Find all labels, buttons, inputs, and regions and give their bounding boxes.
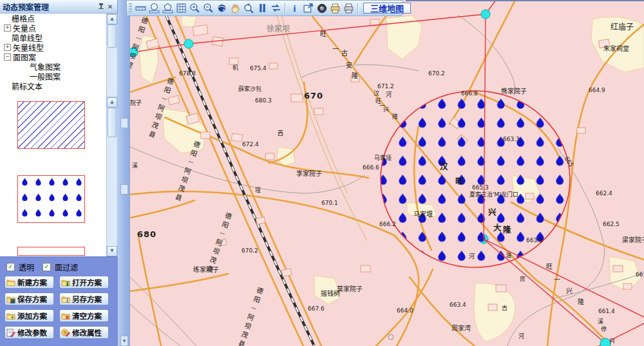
globe-icon[interactable] [215,2,229,15]
close-icon[interactable]: ✕ [106,2,115,11]
tree-connector [22,64,28,70]
gis-application-window: 徐家坝红庙子朱家祠堂熊家院子练家院子莫家院子李家院子梁家院子周家湾摇钱树薛家沙包… [0,0,644,346]
tree-item-矢量点[interactable]: +矢量点 [0,23,106,33]
tree-item-矢量线型[interactable]: +矢量线型 [0,43,106,52]
svg-text:▣: ▣ [10,298,15,303]
map-3d-button[interactable]: 三维地图 [363,3,411,14]
checkbox-check-icon[interactable]: ✓ [6,263,15,271]
open-plan-icon: ⬇ [61,278,70,287]
scroll-up-icon[interactable]: ▲ [107,97,117,108]
grid-icon[interactable] [175,2,188,15]
edit-props-icon: ? [61,329,70,337]
tree-item-一般图案[interactable]: 一般图案 [0,72,106,81]
save-plan-icon: ▣ [6,295,15,303]
info-icon[interactable]: i [288,2,301,15]
measure-distance-icon[interactable] [134,2,147,15]
plan-region[interactable] [381,91,570,267]
zoom-in-icon[interactable] [188,2,202,15]
button-label: 打开方案 [72,277,102,287]
plan-commands-section: ✓透明✓面过滤 新建方案 ⬇ 打开方案 ▣ 保存方案 i 另存方案 + 添加方案… [0,256,117,346]
toolbar-separator [357,3,359,14]
map-viewport[interactable]: 徐家坝红庙子朱家祠堂熊家院子练家院子莫家院子李家院子梁家院子周家湾摇钱树薛家沙包… [130,0,644,346]
button-label: 保存方案 [17,294,47,304]
tree-scrollbar[interactable]: ▲ [106,14,118,97]
collapse-icon[interactable]: − [4,53,11,61]
clipped-pattern-swatch[interactable] [17,247,85,256]
pause-icon[interactable] [256,2,269,15]
svg-text:i: i [66,298,68,303]
expand-icon[interactable]: + [4,24,11,32]
button-添加方案[interactable]: + 添加方案 [5,309,54,322]
svg-text:?: ? [63,330,66,336]
add-plan-icon: + [6,312,15,320]
checkbox-label: 面过滤 [55,262,78,273]
plan-tree: 栅格点+矢量点简单线型+矢量线型−面图案气象图案一般图案箭标文本 [0,14,106,96]
tree-item-面图案[interactable]: −面图案 [0,52,106,62]
button-新建方案[interactable]: 新建方案 [5,276,54,289]
printer-icon[interactable] [342,2,355,15]
toolbar-drag-handle[interactable] [129,3,132,14]
checkbox-check-icon[interactable]: ✓ [43,263,51,271]
svg-text:⬇: ⬇ [65,281,70,287]
snapshot-icon[interactable] [315,2,328,15]
pattern-preview-list [0,97,106,256]
button-label: 修改参数 [17,327,47,338]
button-label: 清空方案 [72,311,102,321]
drop-pattern-swatch[interactable] [17,175,85,223]
tree-connector [4,83,10,89]
tree-item-栅格点[interactable]: 栅格点 [0,14,106,23]
button-保存方案[interactable]: ▣ 保存方案 [5,293,54,305]
button-label: 另存方案 [72,294,102,304]
checkbox-面过滤[interactable]: ✓面过滤 [43,262,78,273]
refresh-icon[interactable] [269,2,283,15]
checkbox-透明[interactable]: ✓透明 [6,262,34,273]
map-neatline [406,0,644,1]
measure-polygon-icon[interactable] [161,2,175,15]
edit-params-icon [6,329,15,337]
print-preview-icon[interactable] [328,2,342,15]
tree-connector [4,15,10,21]
tree-connector [4,35,10,41]
button-修改属性[interactable]: ?修改属性 [59,326,109,339]
tree-item-气象图案[interactable]: 气象图案 [0,62,106,72]
button-label: 修改属性 [72,327,102,338]
tree-scroll-thumb[interactable] [108,24,117,48]
button-另存方案[interactable]: i 另存方案 [59,293,109,305]
scroll-down-icon[interactable]: ▼ [120,336,128,346]
toolbar-separator [285,3,286,14]
zoom-previous-icon[interactable] [242,2,256,15]
panel-splitter[interactable]: ▼ [118,0,130,346]
panel-title: 动态预案管理 [3,1,49,12]
new-plan-icon [6,278,15,287]
pin-icon[interactable] [97,2,106,11]
road-marker [388,334,393,340]
button-修改参数[interactable]: 修改参数 [5,326,54,339]
svg-text:i: i [294,4,296,14]
tree-connector [22,73,28,79]
tree-item-箭标文本[interactable]: 箭标文本 [0,81,106,91]
clear-plan-icon: ✕ [61,312,70,320]
preview-scroll-thumb[interactable] [108,108,117,137]
export-icon[interactable] [301,2,315,15]
checkbox-label: 透明 [19,262,34,273]
tree-item-简单线型[interactable]: 简单线型 [0,33,106,43]
button-label: 添加方案 [17,311,47,321]
button-label: 新建方案 [17,277,47,287]
scroll-up-icon[interactable]: ▲ [107,14,117,24]
scroll-down-icon[interactable]: ▼ [107,246,117,256]
hatch-pattern-swatch[interactable] [17,101,85,149]
panel-titlebar: 动态预案管理 ✕ [0,0,117,14]
button-清空方案[interactable]: ✕ 清空方案 [59,309,109,322]
preview-scrollbar[interactable]: ▲ ▼ [106,97,118,257]
measure-circle-icon[interactable] [147,2,161,15]
pan-hand-icon[interactable] [229,2,242,15]
tree-item-label: 箭标文本 [12,81,43,91]
splitter-button[interactable] [120,118,128,128]
button-打开方案[interactable]: ⬇ 打开方案 [59,276,109,289]
expand-icon[interactable]: + [4,44,11,51]
splitter-button[interactable] [120,184,128,195]
map-toolbar: i 三维地图 [126,0,403,16]
saveas-plan-icon: i [61,295,70,303]
zoom-out-icon[interactable] [202,2,215,15]
map-canvas [130,0,644,346]
